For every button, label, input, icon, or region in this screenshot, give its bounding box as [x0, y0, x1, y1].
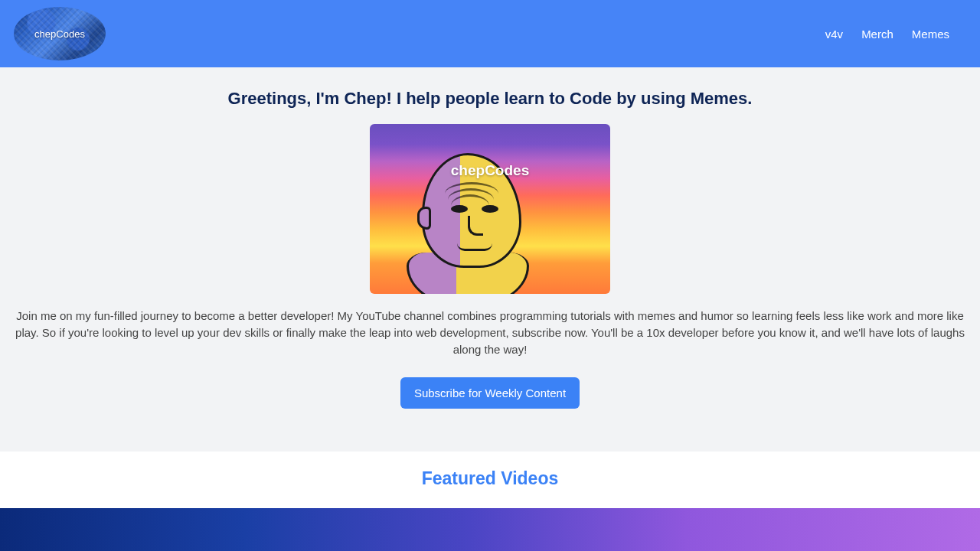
nav-link-v4v[interactable]: v4v	[825, 28, 843, 41]
featured-title: Featured Videos	[0, 468, 980, 489]
hero-description: Join me on my fun-filled journey to beco…	[8, 308, 972, 357]
footer-gradient-bar	[0, 508, 980, 551]
site-logo-text: chepCodes	[34, 28, 85, 40]
hero-title: Greetings, I'm Chep! I help people learn…	[0, 89, 980, 109]
site-logo[interactable]: chepCodes	[14, 7, 106, 60]
nav-link-merch[interactable]: Merch	[861, 28, 893, 41]
hero-image: chepCodes	[370, 124, 610, 294]
subscribe-button[interactable]: Subscribe for Weekly Content	[400, 377, 580, 409]
hero-image-overlay-text: chepCodes	[370, 162, 610, 179]
hero-section: Greetings, I'm Chep! I help people learn…	[0, 67, 980, 432]
site-header: chepCodes v4v Merch Memes	[0, 0, 980, 67]
primary-nav: v4v Merch Memes	[825, 28, 949, 41]
nav-link-memes[interactable]: Memes	[912, 28, 949, 41]
